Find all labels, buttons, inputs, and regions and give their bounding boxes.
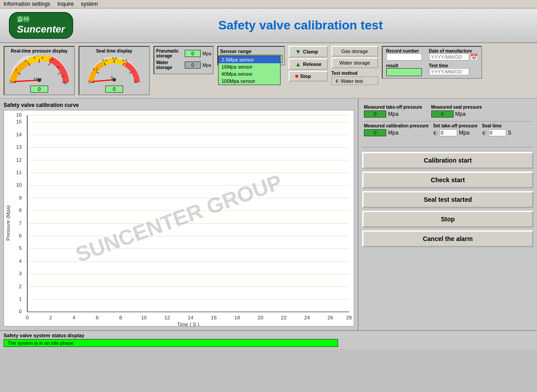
stop-small-button[interactable]: ■ Stop [289,71,327,82]
svg-text:10: 10 [16,182,22,188]
measurements-section: Measured take-off pressure 0 Mpa Measure… [362,102,533,143]
svg-text:8: 8 [41,56,44,60]
divider1 [364,121,532,122]
svg-text:22: 22 [281,315,287,320]
stop-icon: ■ [295,73,298,79]
logo-cn: 森特 [17,16,65,24]
set-takeoff-value-row: ◐ Mpa [433,129,477,136]
sensor-option-1[interactable]: 16Mpa sensor [219,63,280,70]
svg-line-4 [49,62,50,65]
sensor-option-0[interactable]: 2.5Mpa sensor [219,56,280,63]
clamp-label: Clamp [303,49,318,54]
svg-text:0.2: 0.2 [93,67,98,71]
calibration-value-row: 0 Mpa [364,129,429,136]
top-controls: Real-time pressure display [0,43,537,98]
result-label: result [386,63,422,68]
svg-text:28: 28 [346,315,352,320]
clamp-button[interactable]: ▼ Clamp [289,46,327,57]
water-row: Water storage 0 Mpa [156,60,211,70]
svg-text:9: 9 [19,195,21,200]
chart-svg: 0 1 2 3 4 5 6 7 8 9 10 11 12 13 14 15 16 [4,110,354,326]
takeoff-unit: Mpa [388,111,398,117]
right-panel: Measured take-off pressure 0 Mpa Measure… [359,98,537,330]
takeoff-value-row: 0 Mpa [364,110,422,118]
svg-text:0.4: 0.4 [102,58,107,62]
date-input[interactable] [429,53,469,61]
seal-test-button[interactable]: Seal test started [362,191,533,208]
water-value: 0 [185,61,201,69]
test-time-label: Test time [429,63,478,68]
stop-button[interactable]: Stop [362,211,533,228]
gas-storage-button[interactable]: Gas storage [331,46,378,57]
pneumatic-label: Pneumatic storage [156,49,183,58]
seal-time-spin-icon: ◐ [482,130,487,136]
calendar-icon[interactable]: 📅 [470,53,478,61]
test-method-spin-icon: ◐ [335,78,340,84]
test-method-value: ◐ Water test [331,77,378,85]
svg-text:16: 16 [16,112,22,118]
svg-text:8: 8 [19,208,21,213]
menu-information[interactable]: Information settings [4,1,50,7]
check-start-button[interactable]: Check start [362,172,533,188]
divider2 [362,147,533,147]
calibration-pressure-item: Measured calibration pressure 0 Mpa [364,123,429,136]
svg-text:6: 6 [96,315,99,320]
seal-time-label: Seal time [482,123,512,128]
seal-gauge-svg: 0 0.2 0.4 0.6 0.8 1 S [87,56,141,85]
svg-text:20: 20 [258,315,264,320]
date-label: Date of manufacture [429,49,478,53]
pneumatic-row: Pneumatic storage 0 Mpa [156,49,211,58]
release-icon: ▲ [295,61,301,68]
svg-text:4: 4 [25,59,27,63]
seal-time-input[interactable] [488,129,506,136]
realtime-label: Real-time pressure display [8,49,70,53]
status-label: Safety valve system status display [4,333,533,338]
svg-text:Time ( S ): Time ( S ) [177,322,199,326]
svg-text:18: 18 [234,315,240,320]
svg-text:16: 16 [211,315,217,320]
cancel-alarm-button[interactable]: Cancel the alarm [362,230,533,247]
sensor-option-2[interactable]: 40Mpa sensor [219,70,280,78]
calibration-start-button[interactable]: Calibration start [362,152,533,169]
release-label: Release [303,61,322,67]
set-takeoff-input[interactable] [439,129,457,136]
seal-gauge: 0 0.2 0.4 0.6 0.8 1 S [83,54,145,86]
stop-small-label: Stop [300,74,311,79]
svg-text:0: 0 [88,80,91,84]
menu-inquire[interactable]: Inquire [58,1,74,7]
svg-text:0.8: 0.8 [122,58,128,62]
svg-text:10: 10 [49,58,53,62]
test-time-input[interactable] [429,68,469,75]
content-area: Safety valve calibration curve SUNCENTER… [0,98,537,330]
sensor-label: Sensor range [220,49,282,54]
date-section: Date of manufacture 📅 Test time [429,49,478,75]
test-method-label: Test method [331,71,378,76]
test-method-text: Water test [341,78,363,84]
record-input[interactable] [386,53,422,61]
svg-text:1: 1 [19,296,21,302]
seal-time-panel: Seal time display 0 0.2 0.4 0. [78,46,150,95]
record-panel: Record number result Date of manufacture… [382,46,482,79]
menu-system[interactable]: system [81,1,98,7]
takeoff-pressure-item: Measured take-off pressure 0 Mpa [364,105,422,118]
logo: 森特 Suncenter [9,12,73,39]
x-axis: 0 2 4 6 8 10 12 14 16 18 20 22 24 26 28 [26,315,352,320]
svg-text:0: 0 [10,80,12,84]
svg-text:Mpa: Mpa [34,77,42,81]
seal-time-value-row: ◐ S [482,129,512,136]
realtime-value: 0 [30,86,48,93]
svg-text:16: 16 [63,81,67,85]
logo-en: Suncenter [17,24,65,35]
status-bar: Safety valve system status display The s… [0,330,537,349]
status-value: The system is in an idle phase [4,339,338,347]
water-label: Water storage [156,60,183,70]
seal-label: Seal time display [83,49,145,53]
svg-text:14: 14 [61,74,65,78]
clamp-icon: ▼ [295,48,301,55]
release-button[interactable]: ▲ Release [289,58,327,70]
sensor-option-3[interactable]: 100Mpa sensor [219,78,280,85]
set-takeoff-spin-icon: ◐ [433,130,438,136]
takeoff-label: Measured take-off pressure [364,105,422,110]
svg-text:S: S [111,75,113,80]
water-storage-button[interactable]: Water storage [331,57,378,68]
